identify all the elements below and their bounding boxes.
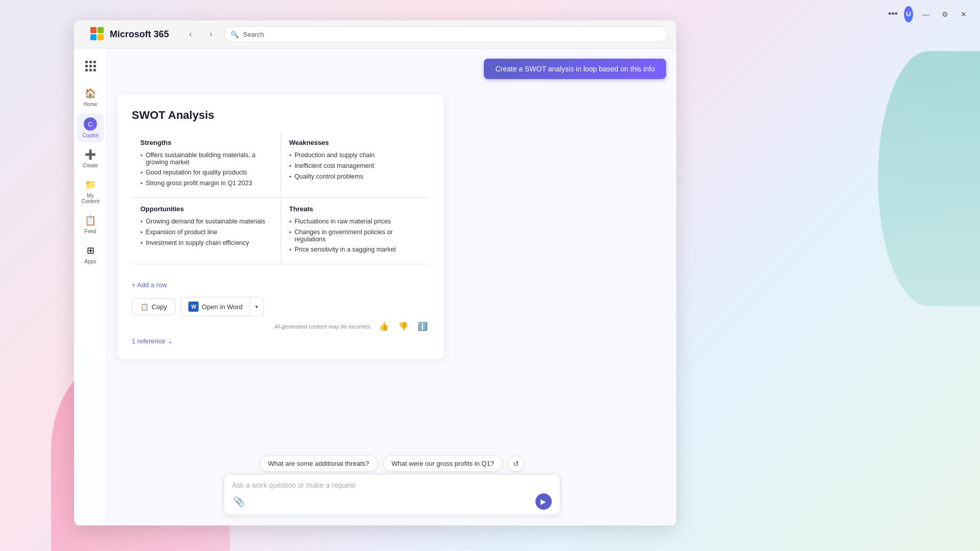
sidebar-label-home: Home: [84, 102, 97, 107]
sidebar-item-apps[interactable]: ⊞ Apps: [77, 240, 104, 268]
m365-logo-icon: [90, 27, 105, 41]
sidebar-label-feed: Feed: [85, 229, 96, 234]
reference-label: 1 reference: [132, 337, 165, 345]
open-in-word-group: W Open in Word ▾: [181, 297, 264, 316]
strengths-heading: Strengths: [140, 139, 273, 146]
threats-heading: Threats: [289, 205, 422, 213]
settings-button[interactable]: ⚙: [939, 9, 951, 19]
list-item: • Inefficient cost management: [289, 162, 422, 170]
search-text: Search: [243, 31, 264, 38]
list-item: • Investment in supply chain efficiency: [140, 239, 273, 247]
list-item: • Fluctuations in raw material prices: [289, 218, 422, 226]
weaknesses-list: • Production and supply chain • Ineffici…: [289, 152, 422, 181]
list-item: • Changes in government policies or regu…: [289, 229, 422, 243]
app-title: Microsoft 365: [110, 29, 169, 40]
open-in-word-dropdown[interactable]: ▾: [250, 297, 264, 316]
strengths-list: • Offers sustainable building materials,…: [140, 152, 273, 187]
chat-input-area: 📎 ▶: [224, 474, 560, 515]
copy-button[interactable]: 📋 Copy: [132, 298, 176, 315]
apps-grid-icon: [85, 61, 96, 71]
opportunities-heading: Opportunities: [140, 205, 273, 213]
sidebar-item-feed[interactable]: 📋 Feed: [77, 210, 104, 238]
sidebar-apps-button[interactable]: [81, 57, 100, 75]
back-button[interactable]: ‹: [183, 27, 198, 41]
add-row-button[interactable]: + Add a row: [132, 281, 430, 289]
svg-rect-2: [90, 34, 96, 40]
threats-list: • Fluctuations in raw material prices • …: [289, 218, 422, 254]
browser-toolbar: Microsoft 365 ‹ › 🔍 Search: [74, 20, 676, 48]
feed-icon: 📋: [84, 214, 96, 227]
sidebar: 🏠 Home C Copilot ➕ Create 📁 My Content 📋…: [74, 48, 107, 525]
copy-icon: 📋: [140, 303, 149, 311]
close-button[interactable]: ✕: [958, 9, 970, 19]
m365-branding: Microsoft 365: [82, 20, 177, 48]
my-content-icon: 📁: [84, 179, 96, 191]
list-item: • Strong gross profit margin in Q1 2023: [140, 180, 273, 187]
chat-input-footer: 📎 ▶: [232, 493, 552, 510]
sidebar-label-copilot: Copilot: [82, 133, 98, 138]
swot-opportunities-cell: Opportunities • Growing demand for susta…: [132, 198, 281, 264]
chat-input[interactable]: [232, 481, 552, 489]
content-area: Create a SWOT analysis in loop based on …: [107, 48, 676, 525]
thumbs-up-button[interactable]: 👍: [377, 320, 391, 332]
apps-icon: ⊞: [84, 244, 96, 257]
suggestion-chips: What are some additional threats? What w…: [259, 455, 524, 472]
svg-rect-0: [90, 27, 96, 33]
sidebar-item-home[interactable]: 🏠 Home: [77, 83, 104, 111]
footer-row: AI-generated content may be incorrect. 👍…: [132, 320, 430, 332]
swot-card: SWOT Analysis Strengths • Offers sustain…: [117, 94, 444, 359]
main-layout: 🏠 Home C Copilot ➕ Create 📁 My Content 📋…: [74, 48, 676, 525]
thumbs-down-button[interactable]: 👎: [396, 320, 410, 332]
search-bar[interactable]: 🔍 Search: [224, 26, 668, 42]
browser-window: Microsoft 365 ‹ › 🔍 Search 🏠 Home: [74, 20, 676, 525]
action-buttons: 📋 Copy W Open in Word ▾: [132, 297, 430, 316]
minimize-button[interactable]: —: [919, 9, 933, 19]
forward-button[interactable]: ›: [204, 27, 218, 41]
list-item: • Production and supply chain: [289, 152, 422, 159]
sidebar-label-my-content: My Content: [79, 193, 102, 204]
window-controls: ••• U — ⚙ ✕: [878, 0, 980, 28]
suggestion-chip-threats[interactable]: What are some additional threats?: [259, 455, 378, 472]
swot-weaknesses-cell: Weaknesses • Production and supply chain…: [281, 132, 430, 198]
chevron-down-icon: ⌄: [167, 337, 173, 345]
swot-title: SWOT Analysis: [132, 109, 430, 122]
swot-threats-cell: Threats • Fluctuations in raw material p…: [281, 198, 430, 264]
reference-toggle[interactable]: 1 reference ⌄: [132, 337, 430, 345]
refresh-suggestions-button[interactable]: ↺: [508, 456, 524, 472]
suggestion-chip-profits[interactable]: What were our gross profits in Q1?: [383, 455, 503, 472]
ai-disclaimer: AI-generated content may be incorrect.: [275, 323, 372, 330]
list-item: • Quality control problems: [289, 173, 422, 181]
send-icon: ▶: [541, 497, 546, 506]
sidebar-label-create: Create: [83, 163, 98, 168]
avatar[interactable]: U: [904, 6, 913, 22]
copilot-icon: C: [84, 117, 97, 131]
list-item: • Offers sustainable building materials,…: [140, 152, 273, 166]
sidebar-item-copilot[interactable]: C Copilot: [77, 113, 104, 142]
sidebar-label-apps: Apps: [85, 259, 96, 264]
info-button[interactable]: ℹ️: [415, 320, 430, 332]
sidebar-item-create[interactable]: ➕ Create: [77, 144, 104, 172]
list-item: • Price sensitivity in a sagging market: [289, 246, 422, 254]
sidebar-item-my-content[interactable]: 📁 My Content: [77, 174, 104, 208]
weaknesses-heading: Weaknesses: [289, 139, 422, 146]
create-icon: ➕: [84, 148, 96, 161]
more-options-icon[interactable]: •••: [888, 9, 898, 19]
bg-decoration-teal: [878, 51, 980, 306]
opportunities-list: • Growing demand for sustainable materia…: [140, 218, 273, 247]
svg-rect-1: [97, 27, 104, 33]
list-item: • Growing demand for sustainable materia…: [140, 218, 273, 226]
word-icon: W: [188, 302, 199, 312]
search-icon: 🔍: [231, 31, 239, 38]
open-in-word-button[interactable]: W Open in Word: [181, 297, 250, 316]
swot-strengths-cell: Strengths • Offers sustainable building …: [132, 132, 281, 198]
list-item: • Good reputation for quality products: [140, 169, 273, 177]
swot-table: Strengths • Offers sustainable building …: [132, 131, 430, 275]
list-item: • Expansion of product line: [140, 229, 273, 236]
attach-button[interactable]: 📎: [232, 495, 246, 508]
send-button[interactable]: ▶: [535, 493, 552, 510]
svg-rect-3: [97, 34, 104, 40]
home-icon: 🏠: [84, 87, 96, 99]
create-swot-button[interactable]: Create a SWOT analysis in loop based on …: [484, 59, 666, 79]
